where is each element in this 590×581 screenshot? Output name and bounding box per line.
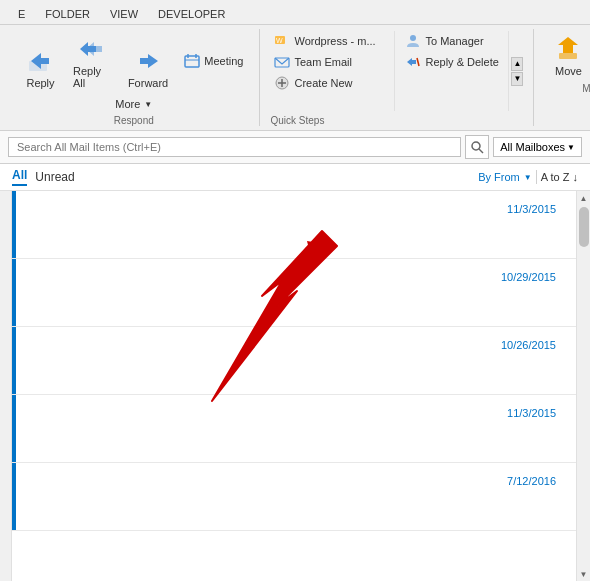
reply-button[interactable]: Reply: [18, 41, 63, 93]
move-group: Move Rules Mov: [534, 29, 590, 126]
ribbon-content: Reply Reply All: [0, 25, 590, 130]
respond-group: Reply Reply All: [8, 29, 260, 126]
to-manager-icon: [405, 33, 421, 49]
tab-folder[interactable]: FOLDER: [35, 4, 100, 24]
scroll-up-button[interactable]: ▲: [579, 193, 589, 203]
reply-icon: [25, 45, 57, 77]
content-area: 11/3/2015 10/29/2015: [0, 191, 590, 581]
email-item-content: [16, 395, 576, 462]
filter-sort[interactable]: By From ▼: [478, 171, 531, 183]
tab-view[interactable]: VIEW: [100, 4, 148, 24]
qs-wordpress-label: Wordpress - m...: [294, 35, 375, 47]
email-item-content: [16, 327, 576, 394]
filter-unread[interactable]: Unread: [35, 170, 74, 184]
forward-label: Forward: [128, 77, 168, 89]
wordpress-icon: W: [274, 33, 290, 49]
email-date: 7/12/2016: [507, 475, 556, 487]
move-label: Move: [555, 65, 582, 77]
qs-team-email-label: Team Email: [294, 56, 351, 68]
search-icon: [470, 140, 484, 154]
email-item-content: [16, 463, 576, 530]
scrollbar: ▲ ▼: [576, 191, 590, 581]
left-strip: [0, 191, 12, 581]
team-email-icon: [274, 54, 290, 70]
app-window: E FOLDER VIEW DEVELOPER: [0, 0, 590, 581]
more-button[interactable]: Meeting: [178, 50, 249, 72]
mailbox-dropdown[interactable]: All Mailboxes ▼: [493, 137, 582, 157]
create-new-icon: [274, 75, 290, 91]
tab-e[interactable]: E: [8, 4, 35, 24]
scroll-down-button[interactable]: ▼: [579, 569, 589, 579]
move-icon: [552, 33, 584, 65]
svg-marker-16: [407, 58, 416, 66]
move-button[interactable]: Move: [544, 29, 590, 81]
search-input[interactable]: [8, 137, 461, 157]
list-item[interactable]: 10/26/2015: [12, 327, 576, 395]
quick-steps-label: Quick Steps: [270, 115, 523, 126]
qs-create-new[interactable]: Create New: [270, 73, 390, 93]
more-label: More: [115, 98, 140, 110]
svg-point-15: [410, 35, 416, 41]
more-dropdown-button[interactable]: More ▼: [109, 95, 158, 113]
meeting-icon: [184, 53, 200, 69]
svg-rect-19: [559, 53, 577, 59]
quick-steps-group: W Wordpress - m...: [260, 29, 534, 126]
qs-to-manager[interactable]: To Manager: [401, 31, 504, 51]
forward-icon: [132, 45, 164, 77]
sort-label: By From: [478, 171, 520, 183]
qs-create-new-label: Create New: [294, 77, 352, 89]
email-item-content: [16, 191, 576, 258]
qs-scroll-up[interactable]: ▲: [511, 57, 523, 71]
scrollbar-thumb[interactable]: [579, 207, 589, 247]
mailbox-label: All Mailboxes: [500, 141, 565, 153]
email-list: 11/3/2015 10/29/2015: [12, 191, 576, 581]
respond-group-label: Respond: [114, 115, 154, 126]
email-date: 10/26/2015: [501, 339, 556, 351]
svg-marker-4: [140, 54, 158, 68]
svg-line-25: [479, 149, 483, 153]
tab-developer[interactable]: DEVELOPER: [148, 4, 235, 24]
list-item[interactable]: 10/29/2015: [12, 259, 576, 327]
list-item[interactable]: 11/3/2015: [12, 395, 576, 463]
reply-delete-icon: [405, 54, 421, 70]
ribbon-tabs: E FOLDER VIEW DEVELOPER: [0, 4, 590, 25]
email-date: 11/3/2015: [507, 407, 556, 419]
email-date: 11/3/2015: [507, 203, 556, 215]
search-bar: All Mailboxes ▼: [0, 131, 590, 164]
svg-text:W: W: [276, 37, 283, 44]
filter-all[interactable]: All: [12, 168, 27, 186]
move-group-label: Move: [582, 83, 590, 94]
email-item-content: [16, 259, 576, 326]
list-item[interactable]: 7/12/2016: [12, 463, 576, 531]
svg-marker-18: [558, 37, 578, 53]
svg-rect-5: [185, 56, 199, 67]
qs-team-email[interactable]: Team Email: [270, 52, 390, 72]
qs-scroll-down[interactable]: ▼: [511, 72, 523, 86]
sort-direction[interactable]: A to Z ↓: [541, 171, 578, 183]
respond-buttons: Reply Reply All: [18, 29, 249, 93]
filter-bar: All Unread By From ▼ A to Z ↓: [0, 164, 590, 191]
svg-marker-3: [86, 42, 102, 56]
ribbon: E FOLDER VIEW DEVELOPER: [0, 0, 590, 131]
move-buttons: Move Rules: [544, 29, 590, 81]
search-button[interactable]: [465, 135, 489, 159]
mailbox-chevron-icon: ▼: [567, 143, 575, 152]
reply-all-icon: [76, 33, 108, 65]
reply-all-button[interactable]: Reply All: [65, 29, 120, 93]
qs-wordpress[interactable]: W Wordpress - m...: [270, 31, 390, 51]
meeting-label: Meeting: [204, 55, 243, 67]
qs-reply-delete[interactable]: Reply & Delete: [401, 52, 504, 72]
email-panel: 11/3/2015 10/29/2015: [12, 191, 576, 581]
svg-point-24: [472, 142, 480, 150]
sort-chevron-icon: ▼: [524, 173, 532, 182]
list-item[interactable]: 11/3/2015: [12, 191, 576, 259]
sort-separator: [536, 170, 537, 184]
qs-reply-delete-label: Reply & Delete: [425, 56, 498, 68]
email-date: 10/29/2015: [501, 271, 556, 283]
reply-label: Reply: [26, 77, 54, 89]
svg-line-17: [417, 58, 419, 66]
more-row: More ▼: [109, 95, 158, 113]
more-chevron-icon: ▼: [144, 100, 152, 109]
forward-button[interactable]: Forward: [122, 41, 175, 93]
reply-all-label: Reply All: [73, 65, 112, 89]
